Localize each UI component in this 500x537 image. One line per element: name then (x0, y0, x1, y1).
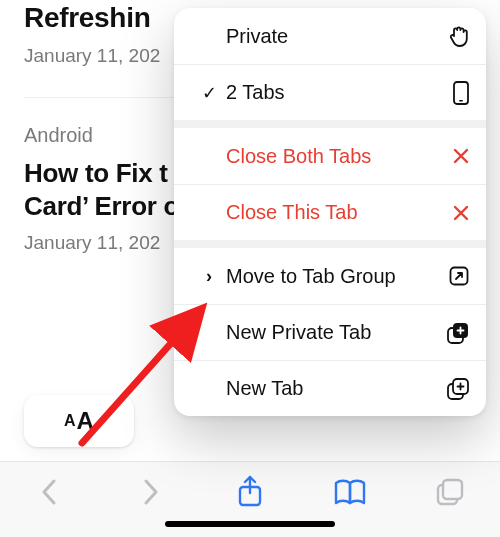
tabs-plus-icon (442, 377, 470, 401)
tabs-plus-filled-icon (442, 321, 470, 345)
chevron-right-icon: › (196, 266, 222, 287)
x-icon (442, 204, 470, 222)
menu-item-close-this-tab[interactable]: Close This Tab (174, 184, 486, 240)
x-icon (442, 147, 470, 165)
menu-item-close-both-tabs[interactable]: Close Both Tabs (174, 128, 486, 184)
menu-item-private[interactable]: Private (174, 8, 486, 64)
bottom-toolbar (0, 461, 500, 537)
menu-item-label: 2 Tabs (222, 81, 442, 104)
menu-item-label: Private (222, 25, 442, 48)
menu-item-label: Move to Tab Group (222, 265, 442, 288)
menu-item-label: New Tab (222, 377, 442, 400)
back-button[interactable] (30, 474, 70, 510)
svg-rect-4 (459, 100, 463, 102)
font-big-a: A (77, 407, 94, 435)
home-indicator (165, 521, 335, 527)
font-small-a: A (64, 412, 76, 430)
tabs-icon (434, 476, 466, 508)
check-icon: ✓ (196, 82, 222, 104)
chevron-right-icon (140, 477, 160, 507)
menu-item-new-private-tab[interactable]: New Private Tab (174, 304, 486, 360)
menu-item-label: New Private Tab (222, 321, 442, 344)
book-icon (332, 477, 368, 507)
chevron-left-icon (40, 477, 60, 507)
share-button[interactable] (230, 474, 270, 510)
hand-icon (442, 24, 470, 48)
forward-button[interactable] (130, 474, 170, 510)
tab-context-menu: Private ✓ 2 Tabs Close Both Tabs (174, 8, 486, 416)
menu-item-new-tab[interactable]: New Tab (174, 360, 486, 416)
font-size-button[interactable]: AA (24, 395, 134, 447)
menu-item-tabs-count[interactable]: ✓ 2 Tabs (174, 64, 486, 120)
share-icon (236, 475, 264, 509)
bookmarks-button[interactable] (330, 474, 370, 510)
menu-item-label: Close This Tab (222, 201, 442, 224)
svg-rect-2 (443, 480, 462, 499)
phone-icon (442, 80, 470, 106)
open-icon (442, 265, 470, 287)
menu-item-label: Close Both Tabs (222, 145, 442, 168)
tabs-button[interactable] (430, 474, 470, 510)
menu-item-move-to-tab-group[interactable]: › Move to Tab Group (174, 248, 486, 304)
